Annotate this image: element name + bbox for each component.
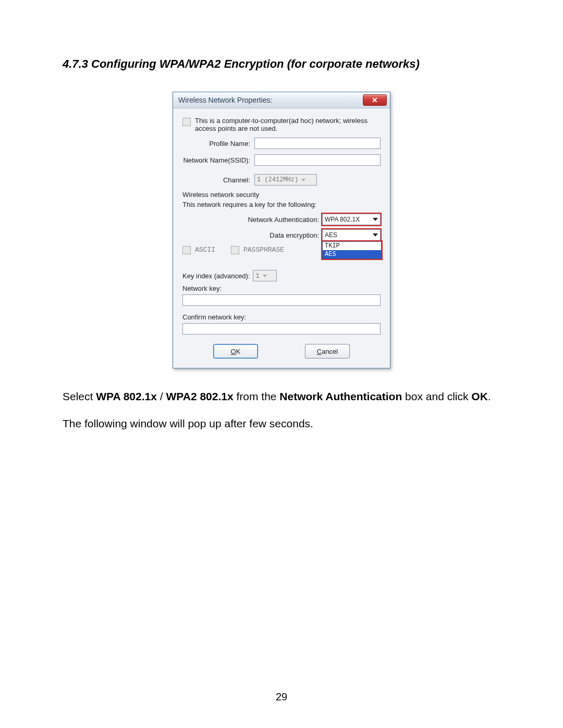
- titlebar: Wireless Network Properties: ✕: [173, 92, 390, 108]
- channel-value: 1 (2412MHz): [257, 176, 298, 183]
- dialog-title: Wireless Network Properties:: [178, 96, 363, 104]
- profile-name-input[interactable]: [254, 138, 381, 149]
- encryption-option-aes[interactable]: AES: [323, 250, 381, 258]
- chevron-down-icon: [301, 179, 305, 181]
- instruction-paragraph-1: Select WPA 802.1x / WPA2 802.1x from the…: [63, 389, 500, 404]
- cancel-button[interactable]: Cancel: [305, 344, 350, 359]
- encryption-label: Data encryption:: [270, 231, 322, 239]
- auth-value: WPA 802.1X: [325, 216, 373, 223]
- screenshot-wrap: Wireless Network Properties: ✕ This is a…: [63, 92, 500, 368]
- confirm-key-input[interactable]: [182, 323, 381, 335]
- ssid-input[interactable]: [254, 154, 381, 166]
- page-number: 29: [0, 691, 563, 703]
- ok-label-tail: K: [236, 348, 241, 355]
- channel-combo: 1 (2412MHz): [254, 174, 317, 186]
- security-group-note: This network requires a key for the foll…: [182, 201, 381, 208]
- network-authentication-combo[interactable]: WPA 802.1X: [322, 214, 381, 225]
- confirm-key-label: Confirm network key:: [182, 313, 381, 321]
- network-key-label: Network key:: [182, 285, 381, 292]
- passphrase-label: PASSPHRASE: [243, 246, 284, 254]
- encryption-dropdown: TKIP AES: [322, 241, 382, 259]
- data-encryption-combo[interactable]: AES TKIP AES: [322, 229, 381, 241]
- ascii-label: ASCII: [195, 246, 215, 254]
- ok-button[interactable]: OK: [213, 344, 258, 359]
- ascii-checkbox[interactable]: [182, 246, 191, 254]
- profile-name-label: Profile Name:: [182, 140, 254, 147]
- security-group-label: Wireless network security: [182, 191, 381, 199]
- close-icon: ✕: [372, 96, 378, 104]
- channel-label: Channel:: [182, 176, 254, 184]
- key-index-value: 1: [255, 272, 260, 280]
- chevron-down-icon: [373, 218, 378, 221]
- network-key-input[interactable]: [182, 294, 381, 306]
- close-button[interactable]: ✕: [363, 94, 387, 106]
- adhoc-checkbox[interactable]: [182, 118, 191, 126]
- encryption-option-tkip[interactable]: TKIP: [323, 242, 381, 250]
- wireless-properties-dialog: Wireless Network Properties: ✕ This is a…: [173, 92, 390, 368]
- chevron-down-icon: [263, 275, 267, 277]
- auth-label: Network Authentication:: [248, 216, 322, 224]
- instruction-paragraph-2: The following window will pop up after f…: [63, 416, 500, 431]
- key-index-label: Key index (advanced):: [182, 272, 250, 280]
- ssid-label: Network Name(SSID):: [182, 156, 254, 164]
- cancel-label-tail: ancel: [322, 348, 338, 355]
- section-heading: 4.7.3 Configuring WPA/WPA2 Encryption (f…: [63, 57, 500, 71]
- passphrase-checkbox[interactable]: [231, 246, 239, 254]
- adhoc-label: This is a computer-to-computer(ad hoc) n…: [195, 117, 381, 132]
- key-index-combo: 1: [253, 270, 277, 281]
- chevron-down-icon: [373, 233, 378, 237]
- encryption-value: AES: [325, 231, 373, 239]
